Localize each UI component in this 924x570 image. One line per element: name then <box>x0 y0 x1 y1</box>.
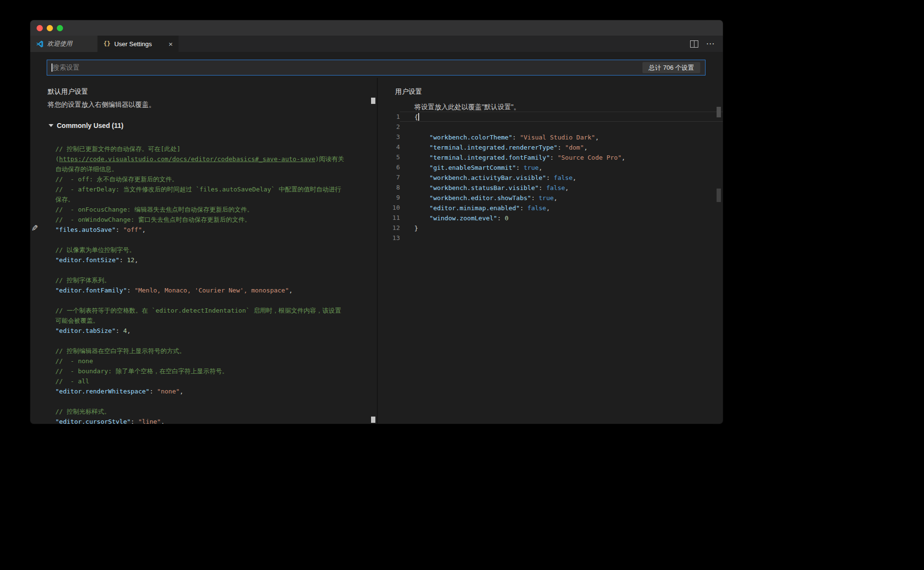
code-token: "editor.tabSize" <box>55 327 116 334</box>
line-number: 2 <box>378 122 400 132</box>
code-token: // 一个制表符等于的空格数。在 `editor.detectIndentati… <box>55 307 341 314</box>
code-token: // 控制字体系列。 <box>55 277 110 284</box>
auto-save-docs-link[interactable]: https://code.visualstudio.com/docs/edito… <box>59 155 315 163</box>
zoom-window-button[interactable] <box>57 25 63 31</box>
tab-bar: 欢迎使用 {} User Settings × ⋯ <box>30 36 723 52</box>
code-token: // 控制已更新文件的自动保存。可在[此处] <box>55 145 180 152</box>
code-token: , <box>546 204 550 212</box>
code-token: , <box>584 144 588 151</box>
code-line: 3 "workbench.colorTheme": "Visual Studio… <box>378 132 723 142</box>
code-token: , <box>180 388 183 395</box>
tab-user-settings[interactable]: {} User Settings × <box>98 36 179 52</box>
code-token: : <box>539 184 546 191</box>
default-settings-code[interactable]: // 控制已更新文件的自动保存。可在[此处](https://code.visu… <box>55 143 377 424</box>
search-placeholder: 搜索设置 <box>53 63 80 72</box>
code-token: // - all <box>55 378 89 385</box>
line-number: 7 <box>378 172 400 182</box>
code-line: 2 <box>378 122 723 132</box>
section-commonly-used[interactable]: Commonly Used (11) <box>48 121 377 130</box>
code-token: // 以像素为单位控制字号。 <box>55 246 135 253</box>
default-settings-title: 默认用户设置 <box>48 87 377 96</box>
code-token: true <box>524 164 539 171</box>
code-token: , <box>554 194 558 202</box>
user-settings-editor[interactable]: 1{23 "workbench.colorTheme": "Visual Stu… <box>378 112 723 243</box>
code-token: true <box>539 194 553 202</box>
code-line: 4 "terminal.integrated.rendererType": "d… <box>378 142 723 152</box>
code-token: )阅读有关 <box>315 155 344 163</box>
code-line <box>55 335 377 345</box>
code-token: "workbench.colorTheme" <box>429 134 512 141</box>
vscode-logo-icon <box>36 40 43 48</box>
left-scrollbar-thumb[interactable] <box>371 98 375 104</box>
collapse-arrow-icon <box>49 124 53 127</box>
code-line: "files.autoSave": "off", <box>55 224 377 234</box>
code-line: // - off: 永不自动保存更新后的文件。 <box>55 174 377 184</box>
tab-welcome-label: 欢迎使用 <box>47 39 72 48</box>
code-line: // - afterDelay: 当文件修改后的时间超过 `files.auto… <box>55 184 377 194</box>
edit-setting-pencil-icon[interactable]: ✎ <box>31 223 38 233</box>
code-token: // 控制编辑器在空白字符上显示符号的方式。 <box>55 347 185 355</box>
code-token <box>414 144 429 151</box>
close-window-button[interactable] <box>37 25 43 31</box>
code-line: "editor.tabSize": 4, <box>55 325 377 335</box>
more-actions-icon[interactable]: ⋯ <box>706 38 715 49</box>
code-token: "terminal.integrated.rendererType" <box>429 144 557 151</box>
code-line <box>55 295 377 305</box>
traffic-lights <box>30 25 63 31</box>
settings-split-view: 默认用户设置 将您的设置放入右侧编辑器以覆盖。 Commonly Used (1… <box>30 78 723 424</box>
code-token: "line" <box>138 418 161 424</box>
code-line <box>55 265 377 275</box>
code-line <box>55 234 377 244</box>
code-token: 4 <box>123 327 127 334</box>
code-line: // 控制已更新文件的自动保存。可在[此处] <box>55 143 377 153</box>
code-token: , <box>595 134 599 141</box>
code-line: // 控制编辑器在空白字符上显示符号的方式。 <box>55 345 377 355</box>
code-token: "workbench.activityBar.visible" <box>429 174 546 181</box>
window-titlebar[interactable] <box>30 20 723 36</box>
code-token <box>414 164 429 171</box>
code-token: "workbench.statusBar.visible" <box>429 184 539 191</box>
code-token: "editor.fontFamily" <box>55 287 127 294</box>
code-token: false <box>527 204 546 212</box>
code-line: 8 "workbench.statusBar.visible": false, <box>378 182 723 192</box>
line-number: 3 <box>378 132 400 142</box>
minimize-window-button[interactable] <box>47 25 53 31</box>
code-line: 9 "workbench.editor.showTabs": true, <box>378 192 723 203</box>
code-token <box>414 174 429 181</box>
code-token: "editor.fontSize" <box>55 256 119 264</box>
tab-welcome[interactable]: 欢迎使用 <box>30 36 98 52</box>
default-settings-pane: 默认用户设置 将您的设置放入右侧编辑器以覆盖。 Commonly Used (1… <box>30 78 377 424</box>
code-line: 5 "terminal.integrated.fontFamily": "Sou… <box>378 152 723 162</box>
line-number: 10 <box>378 203 400 213</box>
code-token <box>414 215 429 222</box>
code-token: : <box>150 388 157 395</box>
section-label: Commonly Used (11) <box>57 121 123 130</box>
code-line: // 以像素为单位控制字号。 <box>55 244 377 254</box>
code-token: // 控制光标样式。 <box>55 408 110 415</box>
settings-search-input[interactable]: 搜索设置 总计 706 个设置 <box>47 60 706 76</box>
code-token: , <box>565 184 569 191</box>
line-number: 5 <box>378 152 400 162</box>
left-scrollbar-marker[interactable] <box>371 417 375 423</box>
code-token: : <box>531 194 539 202</box>
close-tab-icon[interactable]: × <box>168 40 173 48</box>
code-token: // - afterDelay: 当文件修改后的时间超过 `files.auto… <box>55 186 341 193</box>
code-line: 保存。 <box>55 194 377 204</box>
code-token: "editor.cursorStyle" <box>55 418 131 424</box>
line-number: 13 <box>378 233 400 243</box>
user-settings-pane: 用户设置 将设置放入此处以覆盖"默认设置"。 1{23 "workbench.c… <box>378 78 723 424</box>
code-line: // - onFocusChange: 编辑器失去焦点时自动保存更新后的文件。 <box>55 204 377 214</box>
user-settings-title: 用户设置 <box>395 87 723 96</box>
code-token <box>414 154 429 161</box>
code-line: "editor.fontSize": 12, <box>55 254 377 265</box>
code-token: } <box>414 225 418 232</box>
default-settings-subtitle: 将您的设置放入右侧编辑器以覆盖。 <box>48 100 377 109</box>
line-number: 1 <box>378 112 400 122</box>
code-line: // 控制光标样式。 <box>55 406 377 416</box>
code-token: : <box>513 134 520 141</box>
right-scrollbar-thumb[interactable] <box>717 107 721 117</box>
code-line: "editor.fontFamily": "Menlo, Monaco, 'Co… <box>55 285 377 295</box>
code-token: : <box>119 256 127 264</box>
split-editor-icon[interactable] <box>690 40 698 48</box>
code-token: , <box>289 287 293 294</box>
